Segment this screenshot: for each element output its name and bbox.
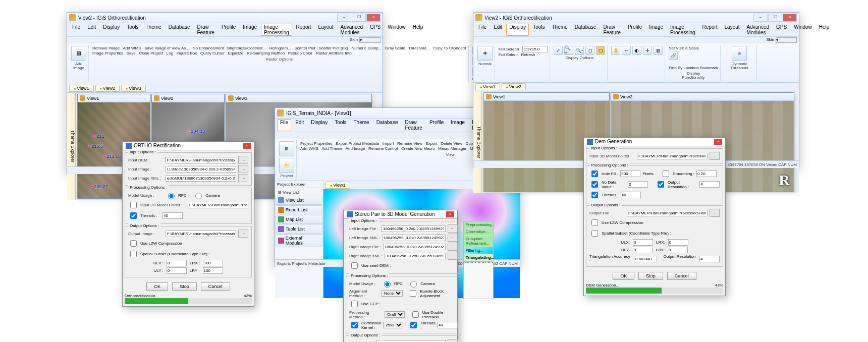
menu-help[interactable]: Help — [410, 24, 426, 36]
in-rimg[interactable] — [383, 244, 446, 250]
btn-fullext[interactable]: Full Extent — [499, 52, 518, 57]
in-out3[interactable] — [627, 210, 708, 216]
menu-image[interactable]: Image — [240, 24, 260, 36]
tab-view3[interactable]: View3 — [121, 85, 146, 92]
btn-refresh[interactable]: Refresh — [521, 52, 535, 57]
theme-explorer-vtab[interactable]: Theme Explorer — [67, 93, 76, 200]
menu-database[interactable]: Database — [572, 24, 600, 36]
skin-selector[interactable]: Skin — [766, 37, 774, 43]
r-rpc2[interactable] — [384, 281, 391, 288]
menu-image-processing[interactable]: Image Processing — [667, 24, 698, 36]
gcp-0[interactable]: 211 — [93, 133, 104, 139]
menu-advanced-modules[interactable]: Advanced Modules — [744, 24, 772, 36]
browse-icon[interactable]: … — [448, 224, 458, 233]
ok-button[interactable]: OK — [613, 272, 634, 280]
cross-icon[interactable]: ✛ — [643, 46, 652, 55]
btn-findloc[interactable]: Find By Location — [669, 66, 699, 70]
browse-icon[interactable]: … — [710, 209, 720, 217]
sec-viewlist[interactable]: View List — [276, 196, 322, 205]
in-uly[interactable] — [167, 267, 187, 274]
menu-report[interactable]: Report — [293, 24, 314, 36]
in-lry3[interactable] — [668, 247, 688, 253]
r-cam2[interactable] — [410, 281, 417, 288]
menu-draw-feature[interactable]: Draw Feature — [402, 119, 425, 131]
in-path2[interactable] — [376, 340, 446, 343]
menu-tools[interactable]: Tools — [124, 24, 141, 36]
menu-profile[interactable]: Profile — [426, 119, 447, 131]
chk-lzw3[interactable] — [591, 219, 598, 226]
skin-dropdown[interactable]: ▾ — [359, 37, 381, 43]
btn-bm[interactable]: Bookmark — [700, 66, 718, 70]
browse-icon[interactable]: … — [448, 234, 458, 242]
browse-icon[interactable]: … — [448, 243, 458, 251]
in-nodata[interactable] — [628, 181, 648, 188]
scale-input[interactable] — [522, 46, 548, 52]
menu-theme[interactable]: Theme — [143, 24, 165, 36]
menu-image-processing[interactable]: Image Processing — [261, 24, 292, 36]
skin-selector[interactable]: Skin — [350, 37, 358, 43]
in-lrx[interactable] — [203, 260, 223, 266]
pan-icon[interactable]: ✋ — [611, 46, 620, 55]
in-lry[interactable] — [203, 267, 223, 274]
menu-window[interactable]: Window — [791, 24, 815, 36]
close-btn[interactable]: × — [366, 14, 381, 22]
in-out[interactable] — [166, 231, 236, 237]
chk-model[interactable] — [130, 202, 137, 208]
menu-edit[interactable]: Edit — [292, 119, 307, 131]
titlebar-w3[interactable]: View2 - IGiS Orthorectification –☐× — [473, 13, 799, 23]
titlebar-w1[interactable]: View2 - IGiS Orthorectification –☐× — [67, 13, 383, 23]
dynthresh-icon[interactable]: ⎚ — [732, 46, 747, 61]
chk-lzw[interactable] — [130, 240, 137, 247]
menu-gps[interactable]: GPS — [773, 24, 790, 36]
dlg2-title[interactable]: Stereo Pair to 3D Model Generation× — [344, 210, 457, 219]
menu-image[interactable]: Image — [448, 119, 468, 131]
menu-advanced-modules[interactable]: Advanced Modules — [338, 24, 366, 36]
chk-dbl[interactable] — [412, 311, 419, 318]
zoomout-icon[interactable]: 🔍- — [575, 46, 584, 55]
sec-maplist[interactable]: Map List — [276, 215, 322, 224]
btn-fullscreen[interactable]: Full Screen — [499, 47, 519, 51]
chk-smooth[interactable] — [663, 170, 669, 177]
skin-dropdown[interactable]: ▾ — [776, 37, 797, 43]
gcp-3[interactable]: 209.67 — [90, 183, 108, 189]
chk-threads[interactable] — [130, 212, 137, 219]
transp-icon[interactable]: ◐ — [632, 46, 641, 55]
close-icon[interactable]: × — [446, 211, 454, 217]
menu-file[interactable]: File — [475, 24, 490, 36]
chk-thr3[interactable] — [591, 192, 598, 198]
max-btn[interactable]: ☐ — [768, 14, 782, 22]
in-thr2[interactable] — [438, 322, 458, 328]
min-btn[interactable]: – — [337, 14, 351, 22]
stop-button[interactable]: Stop — [638, 272, 663, 280]
radio-cam[interactable] — [195, 193, 202, 199]
tab-view1[interactable]: View1 — [69, 85, 94, 92]
menu-display[interactable]: Display — [308, 119, 331, 131]
browse-icon[interactable]: … — [238, 156, 248, 164]
gcp-1[interactable]: 215.5 — [88, 143, 103, 149]
menu-help[interactable]: Help — [816, 24, 833, 36]
in-ulx[interactable] — [167, 260, 187, 266]
radio-rpc[interactable] — [168, 193, 175, 199]
cancel-button[interactable]: Cancel — [201, 282, 230, 291]
in-rxml[interactable] — [385, 253, 446, 259]
tab-view1[interactable]: View1 — [475, 83, 500, 90]
dlg3-title[interactable]: Dem Generation× — [584, 138, 725, 146]
menu-image[interactable]: Image — [646, 24, 666, 36]
menu-gps[interactable]: GPS — [367, 24, 384, 36]
menu-tools[interactable]: Tools — [530, 24, 548, 36]
dlg1-title[interactable]: ORTHO Rectification× — [123, 142, 254, 150]
menu-profile[interactable]: Profile — [625, 24, 645, 36]
chk-bba[interactable] — [410, 290, 416, 297]
browse-icon[interactable]: … — [238, 174, 248, 182]
menu-window[interactable]: Window — [385, 24, 409, 36]
gcp-4[interactable]: 204.33 — [187, 128, 205, 134]
gcp-2[interactable]: 211.18 — [103, 153, 121, 159]
in-tri[interactable] — [634, 256, 657, 262]
close-btn[interactable]: × — [783, 14, 797, 22]
chk-hole[interactable] — [591, 170, 598, 177]
in-uly3[interactable] — [633, 247, 653, 253]
sel-proc[interactable]: Draft — [385, 311, 405, 318]
cancel-button[interactable]: Cancel — [667, 272, 696, 280]
tab-view2[interactable]: View2 — [95, 85, 120, 92]
in-ores2[interactable] — [699, 256, 720, 262]
